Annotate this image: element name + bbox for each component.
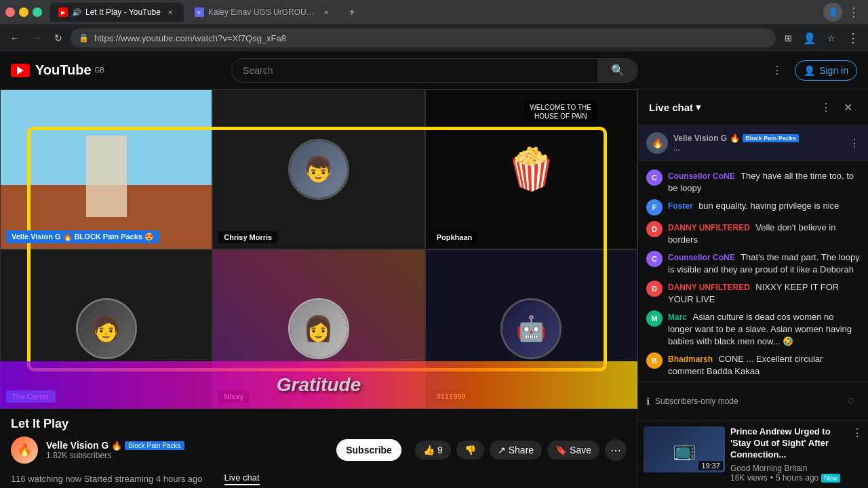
browser-more[interactable]: ⋮ [844, 28, 863, 47]
chat-header-actions: ⋮ ✕ [816, 98, 857, 117]
msg6-author: Marc [668, 312, 687, 322]
tab1-close[interactable]: ✕ [165, 7, 176, 18]
tab2-favicon: K [195, 7, 204, 17]
msg7-author: Bhadmarsh [668, 354, 713, 364]
live-chat-tab-label[interactable]: Live chat [224, 472, 260, 485]
recommended-video[interactable]: 📺 19:37 Prince Andrew Urged to 'Stay Out… [638, 420, 868, 488]
dislike-button[interactable]: 👎 [456, 441, 484, 460]
pinned-text: ... [673, 143, 844, 152]
pinned-avatar: 🔥 [646, 132, 668, 154]
participant-5-label: Nixxy [218, 390, 249, 403]
yt-more-button[interactable]: ⋮ [765, 58, 789, 83]
msg3-content: DANNY UNFILTERED Velle don't believe in … [668, 221, 860, 245]
channel-name: Velle Vision G [46, 440, 108, 451]
participant-4-avatar: 🧑 [76, 298, 137, 359]
msg1-avatar: C [646, 169, 663, 186]
new-tab-button[interactable]: + [342, 3, 361, 22]
msg2-text: bun equality. having privilege is nice [698, 201, 839, 211]
chat-message-2: F Foster bun equality. having privilege … [638, 197, 868, 218]
chat-title-text: Live chat [649, 102, 693, 113]
pinned-content: Velle Vision G 🔥 Block Pain Packs ... [673, 134, 844, 152]
channel-avatar[interactable]: 🔥 [11, 436, 38, 464]
channel-row: 🔥 Velle Vision G 🔥 Block Pain Packs 1.82… [11, 436, 627, 464]
yt-logo[interactable]: YouTubeGB [11, 62, 104, 78]
browser-menu[interactable]: ⋮ [845, 5, 863, 20]
chat-more-button[interactable]: ⋮ [816, 98, 835, 117]
browser-frame: ▶ 🔊 Let It Play - YouTube ✕ K Kaley Eina… [0, 0, 868, 52]
pinned-more[interactable]: ⋮ [849, 137, 860, 150]
yt-header-actions: ⋮ 👤 Sign in [765, 58, 857, 83]
subscribers-info-icon: ℹ [646, 396, 650, 407]
chat-message-6: M Marc Asian culture is dead cos women n… [638, 308, 868, 350]
lock-icon: 🔒 [79, 33, 89, 43]
channel-emoji: 🔥 [111, 441, 122, 451]
msg6-text: Asian culture is dead cos women no longe… [668, 312, 852, 346]
like-count: 9 [437, 445, 443, 455]
save-button[interactable]: 🔖 Save [547, 441, 599, 460]
subscribers-only-mode: ℹ Subscribers-only mode ♡ [646, 388, 860, 415]
tab-1[interactable]: ▶ 🔊 Let It Play - YouTube ✕ [50, 3, 184, 22]
participant-6-avatar: 🤖 [500, 298, 561, 359]
window-close[interactable] [5, 7, 15, 17]
participant-cell-5: 👩 Nixxy [212, 249, 425, 409]
video-title: Let It Play [11, 417, 627, 431]
dislike-icon: 👎 [465, 445, 476, 455]
yt-logo-text: YouTube [35, 62, 92, 78]
url-text: https://www.youtube.com/watch?v=Xf7Qsg_x… [94, 33, 286, 43]
chat-message-4: C Counsellor CoNE That's the mad part. T… [638, 248, 868, 278]
chat-title: Live chat ▾ [649, 102, 701, 113]
browser-extensions[interactable]: ⊞ [778, 28, 797, 47]
browser-account[interactable]: 👤 [800, 28, 819, 47]
search-input[interactable] [231, 58, 597, 83]
yt-play-triangle [17, 66, 24, 75]
nav-bar: ← → ↻ 🔒 https://www.youtube.com/watch?v=… [0, 24, 868, 52]
heart-button[interactable]: ♡ [841, 392, 860, 411]
yt-sign-in-button[interactable]: 👤 Sign in [795, 60, 857, 81]
rec-views: 16K views [730, 473, 768, 483]
share-button[interactable]: ↗ Share [490, 441, 542, 460]
window-max[interactable] [33, 7, 42, 17]
msg2-content: Foster bun equality. having privilege is… [668, 199, 860, 211]
pinned-user: Velle Vision G [673, 134, 727, 143]
channel-info: Velle Vision G 🔥 Block Pain Packs 1.82K … [46, 440, 328, 460]
browser-profile[interactable]: 👤 [823, 3, 842, 22]
more-actions-button[interactable]: ⋯ [605, 439, 627, 461]
tab1-favicon: ▶ [58, 7, 68, 17]
video-player[interactable]: Velle Vision G 🔥 BLOCK Pain Packs 😍 👦 Ch… [0, 89, 637, 409]
msg7-content: Bhadmarsh CONE ... Excellent circular co… [668, 352, 860, 377]
msg1-content: Counsellor CoNE They have all the time t… [668, 169, 860, 194]
subscribe-button[interactable]: Subscribe [336, 439, 401, 461]
rec-more-button[interactable]: ⋮ [852, 426, 863, 439]
forward-button[interactable]: → [27, 28, 46, 47]
chat-message-5: D DANNY UNFILTERED NIXXY KEEP IT FOR YOU… [638, 278, 868, 308]
tab2-title: Kaley Einav UGS UrGROUNDED 1 [208, 7, 317, 17]
participant-cell-4: 🧑 The Carter. [0, 249, 212, 409]
msg4-author: Counsellor CoNE [668, 253, 735, 262]
live-chat-panel: Live chat ▾ ⋮ ✕ 🔥 Velle Vision G 🔥 Block… [637, 89, 868, 488]
msg4-avatar: C [646, 251, 663, 267]
back-button[interactable]: ← [5, 28, 24, 47]
window-min[interactable] [19, 7, 28, 17]
stream-info-bar: 116 watching now Started streaming 4 hou… [0, 469, 637, 488]
tab2-close[interactable]: ✕ [321, 7, 332, 18]
chat-dropdown-icon[interactable]: ▾ [696, 102, 701, 113]
msg1-author: Counsellor CoNE [668, 171, 735, 181]
bookmark-icon[interactable]: ☆ [822, 28, 841, 47]
participant-1-label: Velle Vision G 🔥 BLOCK Pain Packs 😍 [6, 230, 159, 243]
window-controls [5, 7, 42, 17]
video-bg: Velle Vision G 🔥 BLOCK Pain Packs 😍 👦 Ch… [0, 89, 637, 409]
search-button[interactable]: 🔍 [597, 58, 638, 83]
channel-label-badge: Block Pain Packs [125, 441, 184, 450]
tab-2[interactable]: K Kaley Einav UGS UrGROUNDED 1 ✕ [186, 3, 340, 22]
channel-subscribers: 1.82K subscribers [46, 451, 328, 460]
refresh-button[interactable]: ↻ [49, 28, 68, 47]
like-button[interactable]: 👍 9 [415, 441, 451, 460]
msg5-author: DANNY UNFILTERED [668, 283, 750, 292]
chat-close-button[interactable]: ✕ [838, 98, 857, 117]
subscribers-mode-text: Subscribers-only mode [655, 396, 738, 406]
chat-footer: ℹ Subscribers-only mode ♡ [638, 382, 868, 420]
video-actions: 👍 9 👎 ↗ Share 🔖 Save ⋯ [415, 439, 627, 461]
msg2-avatar: F [646, 199, 663, 216]
address-bar[interactable]: 🔒 https://www.youtube.com/watch?v=Xf7Qsg… [71, 28, 776, 47]
tab1-title: Let It Play - YouTube [85, 7, 161, 17]
